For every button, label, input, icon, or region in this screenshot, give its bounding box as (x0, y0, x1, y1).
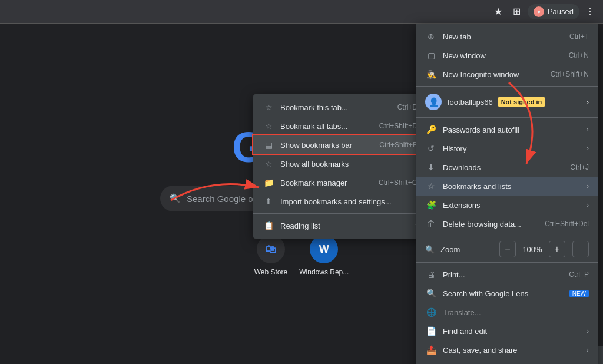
zoom-plus-button[interactable]: + (549, 241, 565, 257)
new-badge: NEW (569, 290, 589, 297)
bookmarks-lists-icon: ☆ (425, 181, 437, 191)
show-all-bookmarks-label: Show all bookmarks (280, 160, 418, 168)
passwords-arrow: › (587, 125, 589, 134)
tab-search-icon[interactable]: ⊞ (509, 4, 525, 20)
bookmarks-lists-label: Bookmarks and lists (443, 182, 584, 191)
zoom-label-text: Zoom (440, 245, 460, 254)
history-arrow: › (587, 144, 589, 153)
browser-toolbar: ★ ⊞ ● Paused ⋮ (0, 0, 603, 24)
incognito-icon: 🕵 (425, 70, 437, 79)
bookmark-all-tabs-label: Bookmark all tabs... (280, 122, 379, 131)
find-edit-item[interactable]: 📄 Find and edit › (416, 322, 598, 340)
translate-item[interactable]: 🌐 Translate... (416, 303, 598, 322)
print-shortcut: Ctrl+P (569, 270, 589, 279)
find-edit-label: Find and edit (443, 327, 584, 336)
extensions-item[interactable]: 🧩 Extensions › (416, 196, 598, 214)
bookmark-all-tabs-shortcut: Ctrl+Shift+D (379, 122, 418, 130)
zoom-label-area: 🔍 Zoom (425, 245, 499, 254)
passwords-icon: 🔑 (425, 125, 437, 134)
sep2 (416, 117, 598, 118)
reading-list[interactable]: 📋 Reading list › (253, 216, 427, 235)
fullscreen-button[interactable]: ⛶ (572, 241, 589, 257)
cast-icon: 📤 (425, 345, 437, 355)
zoom-minus-button[interactable]: − (499, 241, 516, 257)
google-lens-label: Search with Google Lens (443, 289, 566, 298)
shortcut-windows[interactable]: W Windows Rep... (299, 235, 349, 276)
reading-list-label: Reading list (280, 221, 413, 230)
webstore-icon: 🛍 (257, 235, 285, 263)
downloads-item[interactable]: ⬇ Downloads Ctrl+J (416, 158, 598, 177)
bookmarks-bar-icon: ▤ (263, 140, 274, 150)
extensions-label: Extensions (443, 201, 584, 210)
new-tab-icon: ⊕ (425, 32, 437, 41)
bookmark-this-tab[interactable]: ☆ Bookmark this tab... Ctrl+D (253, 98, 427, 117)
lens-icon: 🔍 (425, 289, 437, 298)
bookmark-all-tabs[interactable]: ☆ Bookmark all tabs... Ctrl+Shift+D (253, 117, 427, 135)
cast-save-item[interactable]: 📤 Cast, save, and share › (416, 340, 598, 359)
bookmark-manager-icon: 📁 (263, 178, 274, 187)
new-window-label: New window (443, 51, 569, 60)
profile-row[interactable]: 👤 footballtips66 Not signed in › (416, 89, 598, 115)
sep3 (416, 236, 598, 236)
shortcut-webstore[interactable]: 🛍 Web Store (254, 235, 287, 276)
cast-save-arrow: › (587, 346, 589, 354)
windows-label: Windows Rep... (299, 268, 349, 276)
show-all-bookmarks[interactable]: ☆ Show all bookmarks (253, 154, 427, 173)
delete-icon: 🗑 (425, 219, 437, 229)
paused-dot: ● (534, 6, 544, 17)
translate-icon: 🌐 (425, 307, 437, 317)
webstore-label: Web Store (254, 268, 287, 276)
sep1 (416, 86, 598, 87)
new-incognito-item[interactable]: 🕵 New Incognito window Ctrl+Shift+N (416, 65, 598, 84)
search-icon: 🔍 (170, 193, 181, 204)
star-icon: ☆ (263, 102, 274, 112)
new-window-item[interactable]: ▢ New window Ctrl+N (416, 46, 598, 65)
bookmark-this-tab-shortcut: Ctrl+D (397, 103, 418, 111)
downloads-label: Downloads (443, 163, 570, 172)
bookmarks-lists-arrow: › (587, 182, 589, 190)
passwords-item[interactable]: 🔑 Passwords and autofill › (416, 120, 598, 139)
bookmarks-submenu: ☆ Bookmark this tab... Ctrl+D ☆ Bookmark… (253, 94, 427, 239)
print-item[interactable]: 🖨 Print... Ctrl+P (416, 265, 598, 284)
new-window-shortcut: Ctrl+N (569, 51, 589, 59)
profile-icon: 👤 (425, 94, 442, 110)
show-bookmarks-bar[interactable]: ▤ Show bookmarks bar Ctrl+Shift+B (253, 135, 427, 154)
print-icon: 🖨 (425, 270, 437, 279)
submenu-separator (253, 213, 427, 214)
delete-browsing-label: Delete browsing data... (443, 220, 545, 229)
bookmark-star-icon[interactable]: ★ (490, 4, 506, 20)
new-tab-item[interactable]: ⊕ New tab Ctrl+T (416, 27, 598, 46)
new-incognito-label: New Incognito window (443, 70, 551, 79)
zoom-controls: − 100% + ⛶ (499, 241, 589, 257)
show-bookmarks-bar-shortcut: Ctrl+Shift+B (379, 141, 418, 149)
bookmark-this-tab-label: Bookmark this tab... (280, 103, 397, 112)
import-bookmarks[interactable]: ⬆ Import bookmarks and settings... (253, 192, 427, 211)
extensions-icon: 🧩 (425, 200, 437, 210)
profile-arrow: › (587, 98, 589, 107)
new-incognito-shortcut: Ctrl+Shift+N (551, 70, 589, 78)
find-icon: 📄 (425, 326, 437, 336)
paused-badge[interactable]: ● Paused (528, 4, 579, 19)
zoom-value: 100% (521, 245, 544, 254)
show-bookmarks-bar-label: Show bookmarks bar (280, 141, 379, 150)
delete-browsing-item[interactable]: 🗑 Delete browsing data... Ctrl+Shift+Del (416, 214, 598, 233)
google-lens-item[interactable]: 🔍 Search with Google Lens NEW (416, 284, 598, 303)
menu-icon[interactable]: ⋮ (582, 4, 598, 20)
import-icon: ⬆ (263, 197, 274, 206)
history-label: History (443, 144, 584, 153)
print-label: Print... (443, 270, 569, 279)
extensions-arrow: › (587, 201, 589, 209)
all-bookmarks-icon: ☆ (263, 159, 274, 168)
new-tab-label: New tab (443, 32, 569, 41)
passwords-label: Passwords and autofill (443, 125, 584, 134)
downloads-shortcut: Ctrl+J (570, 163, 589, 171)
more-tools-item[interactable]: 🔧 More tools › (416, 359, 598, 364)
bookmarks-lists-item[interactable]: ☆ Bookmarks and lists › (416, 177, 598, 196)
delete-browsing-shortcut: Ctrl+Shift+Del (545, 220, 589, 228)
bookmark-manager[interactable]: 📁 Bookmark manager Ctrl+Shift+O (253, 173, 427, 192)
find-edit-arrow: › (587, 327, 589, 335)
bookmark-manager-shortcut: Ctrl+Shift+O (379, 178, 418, 187)
history-icon: ↺ (425, 144, 437, 153)
zoom-row: 🔍 Zoom − 100% + ⛶ (416, 239, 598, 260)
history-item[interactable]: ↺ History › (416, 139, 598, 158)
